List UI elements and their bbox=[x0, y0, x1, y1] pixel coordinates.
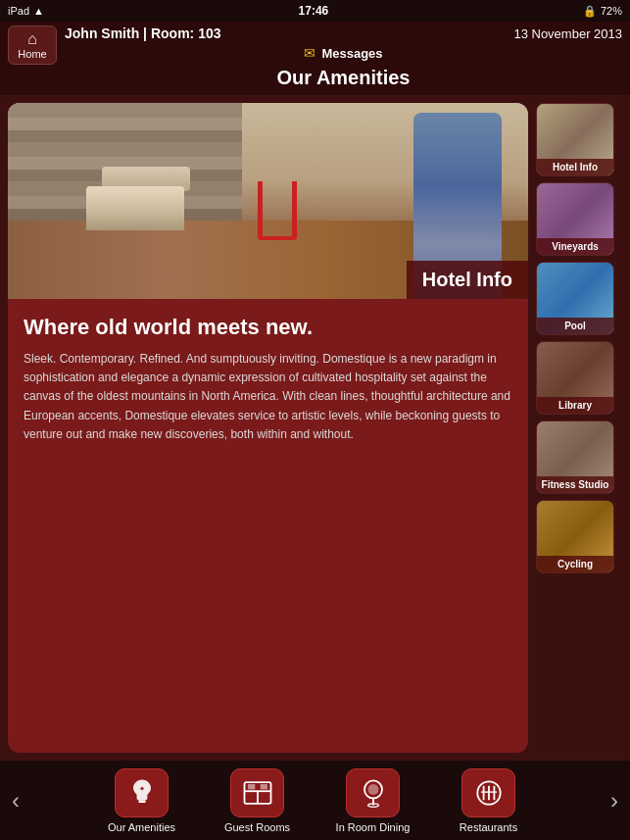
nav-item-amenities[interactable]: Our Amenities bbox=[88, 768, 196, 833]
status-left: iPad ▲ bbox=[8, 5, 44, 17]
header-center: John Smith | Room: 103 13 November 2013 … bbox=[65, 25, 622, 89]
restaurants-icon bbox=[471, 775, 507, 811]
red-chair bbox=[258, 181, 297, 240]
sidebar-item-hotel-info[interactable]: Hotel Info bbox=[536, 103, 614, 176]
status-time: 17:46 bbox=[299, 4, 329, 18]
main-content: Hotel Info Where old world meets new. Sl… bbox=[0, 95, 630, 761]
carrier-label: iPad bbox=[8, 5, 29, 17]
sidebar-label-pool: Pool bbox=[537, 318, 613, 334]
date-info: 13 November 2013 bbox=[513, 26, 622, 41]
sidebar-label-cycling: Cycling bbox=[537, 556, 613, 572]
nav-item-dining[interactable]: In Room Dining bbox=[319, 768, 427, 833]
nav-icon-amenities bbox=[115, 768, 169, 817]
dining-icon bbox=[356, 775, 391, 811]
amenities-card: Hotel Info Where old world meets new. Sl… bbox=[8, 103, 528, 753]
nav-label-restaurants: Restaurants bbox=[460, 821, 517, 833]
messages-row[interactable]: ✉ Messages bbox=[304, 45, 382, 61]
nav-label-dining: In Room Dining bbox=[336, 821, 411, 833]
sidebar-label-vineyards: Vineyards bbox=[537, 238, 613, 255]
status-bar: iPad ▲ 17:46 🔒 72% bbox=[0, 0, 630, 22]
right-sidebar: Hotel Info Vineyards Pool Library Fitnes bbox=[536, 103, 622, 753]
nav-icon-dining bbox=[346, 768, 400, 817]
nav-label-rooms: Guest Rooms bbox=[224, 821, 290, 833]
svg-point-9 bbox=[367, 784, 378, 795]
sidebar-item-cycling[interactable]: Cycling bbox=[536, 500, 614, 573]
svg-rect-7 bbox=[260, 784, 267, 789]
wifi-icon: ▲ bbox=[33, 5, 44, 17]
amenities-image: Hotel Info bbox=[8, 103, 528, 299]
sidebar-item-vineyards[interactable]: Vineyards bbox=[536, 182, 614, 256]
nav-items: Our Amenities Guest Rooms bbox=[27, 768, 603, 833]
svg-rect-0 bbox=[138, 800, 145, 803]
status-right: 🔒 72% bbox=[583, 5, 622, 18]
messages-label: Messages bbox=[321, 46, 382, 61]
amenities-headline: Where old world meets new. bbox=[24, 315, 512, 340]
sidebar-label-fitness: Fitness Studio bbox=[537, 476, 613, 493]
user-info: John Smith | Room: 103 bbox=[65, 25, 221, 41]
nav-label-amenities: Our Amenities bbox=[108, 821, 175, 833]
nav-icon-restaurants bbox=[461, 768, 515, 817]
hotel-info-overlay: Hotel Info bbox=[407, 261, 528, 299]
lock-icon: 🔒 bbox=[583, 5, 597, 18]
amenities-text: Sleek. Contemporary. Refined. And sumptu… bbox=[24, 350, 512, 444]
header: ⌂ Home John Smith | Room: 103 13 Novembe… bbox=[0, 22, 630, 95]
amenities-icon bbox=[124, 775, 160, 811]
rooms-icon bbox=[240, 775, 275, 811]
messages-icon: ✉ bbox=[304, 45, 315, 61]
home-label: Home bbox=[18, 48, 46, 60]
svg-rect-6 bbox=[248, 784, 255, 789]
home-button[interactable]: ⌂ Home bbox=[8, 25, 57, 65]
next-arrow[interactable]: › bbox=[603, 787, 626, 815]
sidebar-label-library: Library bbox=[537, 397, 613, 414]
sofa bbox=[86, 186, 184, 230]
battery-label: 72% bbox=[601, 5, 622, 17]
nav-item-restaurants[interactable]: Restaurants bbox=[435, 768, 543, 833]
bottom-nav: ‹ Our Amenities bbox=[0, 762, 630, 840]
nav-icon-rooms bbox=[230, 768, 284, 817]
sidebar-label-hotel-info: Hotel Info bbox=[537, 159, 613, 175]
sidebar-item-fitness[interactable]: Fitness Studio bbox=[536, 420, 614, 494]
page-title: Our Amenities bbox=[277, 67, 411, 89]
sidebar-item-library[interactable]: Library bbox=[536, 341, 614, 415]
header-row: ⌂ Home John Smith | Room: 103 13 Novembe… bbox=[8, 25, 622, 89]
nav-item-rooms[interactable]: Guest Rooms bbox=[204, 768, 312, 833]
amenities-body: Where old world meets new. Sleek. Contem… bbox=[8, 299, 528, 460]
prev-arrow[interactable]: ‹ bbox=[4, 787, 27, 815]
sidebar-item-pool[interactable]: Pool bbox=[536, 262, 614, 335]
home-icon: ⌂ bbox=[27, 30, 37, 48]
